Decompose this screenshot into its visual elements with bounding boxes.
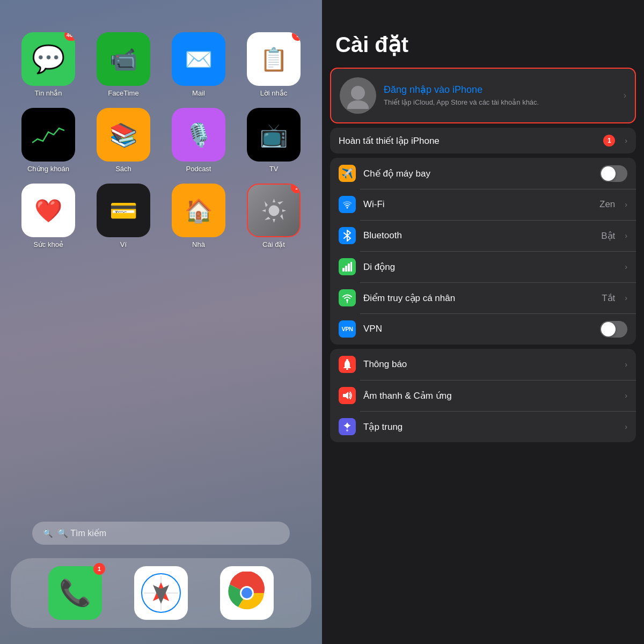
stocks-icon [21, 108, 75, 162]
hotspot-icon [339, 289, 356, 306]
airplane-toggle[interactable] [600, 165, 627, 182]
airplane-label: Chế độ máy bay [363, 168, 592, 179]
row-notifications[interactable]: Thông báo › [330, 349, 636, 380]
svg-marker-23 [343, 392, 348, 399]
row-sound[interactable]: Âm thanh & Cảm ứng › [330, 380, 636, 411]
app-grid-row2: Chứng khoán 📚 Sách 🎙️ Podcast 📺 [0, 108, 322, 173]
focus-icon [339, 418, 356, 435]
complete-badge: 1 [603, 135, 615, 147]
section-complete-setup: Hoàn tất thiết lập iPhone 1 › [330, 128, 636, 153]
hotspot-chevron-icon: › [625, 294, 627, 302]
search-label: 🔍 Tìm kiếm [57, 528, 106, 538]
home-label: Nhà [192, 240, 205, 248]
airplane-icon: ✈️ [339, 165, 356, 182]
phone-icon: 📞 1 [48, 566, 102, 620]
dock-app-chrome[interactable] [220, 566, 274, 620]
health-icon: ❤️ [21, 184, 75, 237]
app-messages[interactable]: 409 Tin nhắn [16, 32, 80, 97]
app-books[interactable]: 📚 Sách [91, 108, 156, 173]
airplane-toggle-knob [601, 166, 616, 181]
podcasts-label: Podcast [186, 165, 211, 173]
dock: 📞 1 [11, 558, 311, 628]
wifi-icon [339, 196, 356, 213]
chrome-icon [220, 566, 274, 620]
wifi-chevron-icon: › [625, 200, 627, 209]
row-hotspot[interactable]: Điểm truy cập cá nhân Tắt › [330, 282, 636, 313]
notifications-icon [339, 356, 356, 373]
app-facetime[interactable]: 📹 FaceTime [91, 32, 156, 97]
svg-rect-15 [342, 268, 345, 272]
complete-label: Hoàn tất thiết lập iPhone [339, 135, 596, 147]
search-icon: 🔍 [43, 529, 53, 538]
app-stocks[interactable]: Chứng khoán [16, 108, 80, 173]
wallet-icon: 💳 [97, 184, 150, 237]
mail-label: Mail [192, 89, 205, 97]
svg-point-24 [346, 429, 348, 431]
app-settings[interactable]: 1 Cài đặt [241, 184, 306, 248]
vpn-toggle[interactable] [600, 321, 627, 338]
notifications-label: Thông báo [363, 359, 615, 370]
settings-scroll[interactable]: Đăng nhập vào iPhone Thiết lập iCloud, A… [322, 68, 644, 644]
focus-chevron-icon: › [625, 422, 627, 431]
stocks-label: Chứng khoán [27, 165, 69, 173]
section-notifications: Thông báo › Âm thanh & Cảm ứng › [330, 349, 636, 442]
wifi-value: Zen [599, 199, 615, 210]
app-mail[interactable]: ✉️ Mail [166, 32, 231, 97]
health-label: Sức khoẻ [33, 240, 63, 248]
app-wallet[interactable]: 💳 Ví [91, 184, 156, 248]
vpn-label-text: VPN [363, 324, 592, 334]
tv-icon: 📺 [247, 108, 301, 162]
tv-label: TV [269, 165, 279, 173]
profile-info: Đăng nhập vào iPhone Thiết lập iCloud, A… [384, 84, 616, 107]
vpn-toggle-knob [601, 322, 616, 336]
sound-label: Âm thanh & Cảm ứng [363, 390, 615, 401]
dock-app-safari[interactable] [134, 566, 188, 620]
dock-app-phone[interactable]: 📞 1 [48, 566, 102, 620]
badge-reminders: 1 [292, 32, 301, 41]
cellular-chevron-icon: › [625, 262, 627, 271]
app-home[interactable]: 🏠 Nhà [166, 184, 231, 248]
notifications-chevron-icon: › [625, 360, 627, 369]
app-tv[interactable]: 📺 TV [241, 108, 306, 173]
reminders-icon: 📋 1 [247, 32, 301, 86]
svg-point-0 [268, 205, 279, 216]
search-bar[interactable]: 🔍 🔍 Tìm kiếm [32, 522, 290, 545]
vpn-icon: VPN [339, 320, 356, 338]
settings-screen: Cài đặt Đăng nhập vào iPhone Thiết lập i… [322, 0, 644, 644]
wallet-label: Ví [120, 240, 127, 248]
app-reminders[interactable]: 📋 1 Lời nhắc [241, 32, 306, 97]
podcasts-icon: 🎙️ [172, 108, 225, 162]
section-connectivity: ✈️ Chế độ máy bay Wi-Fi Z [330, 158, 636, 345]
row-vpn[interactable]: VPN VPN [330, 313, 636, 345]
settings-label: Cài đặt [262, 240, 285, 248]
facetime-label: FaceTime [108, 89, 138, 97]
row-airplane[interactable]: ✈️ Chế độ máy bay [330, 158, 636, 189]
app-grid-row3: ❤️ Sức khoẻ 💳 Ví 🏠 Nhà [0, 184, 322, 248]
app-podcasts[interactable]: 🎙️ Podcast [166, 108, 231, 173]
sound-icon [339, 387, 356, 404]
row-bluetooth[interactable]: Bluetooth Bật › [330, 220, 636, 251]
profile-description: Thiết lập iCloud, App Store và các tài k… [384, 98, 616, 107]
cellular-icon [339, 258, 356, 275]
bluetooth-value: Bật [601, 230, 615, 241]
app-grid-row1: 409 Tin nhắn 📹 FaceTime ✉️ Mail [0, 32, 322, 97]
row-focus[interactable]: Tập trung › [330, 411, 636, 442]
bluetooth-chevron-icon: › [625, 231, 627, 240]
profile-card[interactable]: Đăng nhập vào iPhone Thiết lập iCloud, A… [330, 68, 636, 123]
svg-point-13 [347, 100, 369, 109]
home-icon: 🏠 [172, 184, 225, 237]
badge-settings: 1 [291, 184, 301, 193]
settings-icon: 1 [247, 184, 301, 237]
books-icon: 📚 [97, 108, 150, 162]
row-wifi[interactable]: Wi-Fi Zen › [330, 189, 636, 220]
bluetooth-label: Bluetooth [363, 230, 594, 241]
hotspot-value: Tắt [602, 292, 615, 304]
messages-label: Tin nhắn [35, 89, 62, 97]
hotspot-label: Điểm truy cập cá nhân [363, 292, 594, 304]
mail-icon: ✉️ [172, 32, 225, 86]
app-health[interactable]: ❤️ Sức khoẻ [16, 184, 80, 248]
bluetooth-icon [339, 227, 356, 244]
row-cellular[interactable]: Di động › [330, 251, 636, 282]
row-complete-setup[interactable]: Hoàn tất thiết lập iPhone 1 › [330, 128, 636, 153]
settings-title: Cài đặt [322, 32, 644, 68]
